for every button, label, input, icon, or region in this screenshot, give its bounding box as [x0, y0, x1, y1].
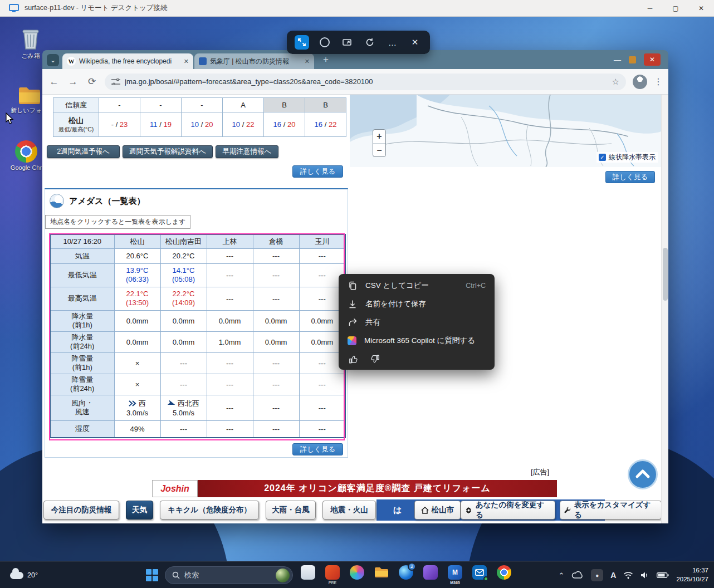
nav-customize-button[interactable]: 表示をカスタマイズする	[560, 501, 662, 520]
nav-kikikuru-button[interactable]: キキクル（危険度分布）	[160, 501, 259, 520]
back-icon[interactable]: ←	[48, 76, 60, 87]
amedas-station-header[interactable]: 倉橋	[253, 234, 299, 248]
wifi-icon[interactable]	[623, 571, 633, 579]
tab-jma[interactable]: 気象庁 | 松山市の防災情報 ✕	[194, 53, 314, 69]
connection-zoom-icon[interactable]	[295, 35, 309, 50]
reliability-cell: B	[264, 98, 305, 112]
amedas-station-header[interactable]: 玉川	[299, 234, 345, 248]
volume-icon[interactable]	[640, 571, 649, 579]
amedas-row-label: 気温	[50, 248, 114, 263]
edge-icon[interactable]: 2	[399, 565, 413, 580]
nav-storm-button[interactable]: 大雨・台風	[266, 501, 316, 520]
amedas-row-label: 降水量 (前1h)	[50, 310, 114, 331]
taskbar-weather-widget[interactable]: 20°	[6, 566, 42, 584]
page-scrollbar[interactable]	[661, 95, 668, 523]
menu-item-copy-csv[interactable]: CSV としてコピー Ctrl+C	[339, 276, 495, 295]
menu-item-copilot[interactable]: Microsoft 365 Copilot に質問する	[339, 331, 495, 350]
profile-avatar[interactable]	[633, 75, 647, 89]
browser-menu-icon[interactable]: ⋮	[654, 76, 663, 87]
site-settings-icon[interactable]	[111, 79, 120, 85]
menu-item-share[interactable]: 共有	[339, 313, 495, 331]
address-bar[interactable]: jma.go.jp/bosai/#pattern=forecast&area_t…	[105, 74, 626, 90]
tab-wikipedia[interactable]: W Wikipedia, the free encyclopedi ✕	[62, 53, 193, 69]
forecast-detail-button[interactable]: 詳しく見る	[292, 165, 343, 178]
taskbar: 20° 検索 PRE 2 MM365	[0, 561, 714, 588]
zoom-out-button[interactable]: −	[373, 143, 385, 156]
more-options-icon[interactable]: …	[385, 35, 399, 50]
amedas-cell: 13.9°C (06:33)	[114, 263, 160, 287]
rdp-close-button[interactable]: ✕	[688, 0, 714, 17]
scrollbar-thumb[interactable]	[663, 248, 668, 301]
battery-icon[interactable]	[657, 572, 669, 579]
taskbar-clock[interactable]: 16:37 2025/10/27	[676, 566, 708, 584]
amedas-station-header[interactable]: 松山	[114, 234, 160, 248]
thumbs-down-icon[interactable]	[370, 354, 380, 364]
amedas-row-label: 風向・ 風速	[50, 395, 114, 420]
taskbar-search[interactable]: 検索	[165, 566, 293, 584]
browser-maximize-button[interactable]	[629, 56, 636, 63]
temp-cell: 10 / 22	[223, 112, 264, 137]
linear-rainband-toggle[interactable]: ✓ 線状降水帯表示	[596, 152, 658, 163]
file-explorer-icon[interactable]	[374, 565, 389, 580]
two-week-forecast-button[interactable]: 2週間気温予報へ	[47, 145, 120, 158]
jma-favicon	[199, 57, 207, 65]
copilot-taskbar-icon[interactable]	[350, 565, 364, 580]
reload-icon[interactable]: ⟳	[86, 76, 98, 87]
nav-city-button[interactable]: 松山市	[414, 501, 461, 520]
nav-quake-button[interactable]: 地震・火山	[322, 501, 376, 520]
tab-search-button[interactable]: ⌄	[47, 54, 59, 66]
amedas-station-header[interactable]: 上林	[207, 234, 253, 248]
amedas-station-header[interactable]: 松山南吉田	[160, 234, 207, 248]
ime-mode-indicator[interactable]: A	[610, 571, 616, 580]
amedas-cell: 0.0mm	[160, 331, 207, 352]
weather-map[interactable]: + − ✓ 線状降水帯表示	[350, 95, 661, 167]
nav-featured-button[interactable]: 今注目の防災情報	[43, 501, 119, 520]
browser-close-button[interactable]: ✕	[644, 53, 661, 66]
scroll-to-top-button[interactable]	[628, 459, 658, 489]
task-view-icon[interactable]	[301, 565, 315, 580]
early-warning-button[interactable]: 早期注意情報へ	[216, 145, 278, 158]
amedas-title: アメダス（一覧表）	[69, 196, 145, 207]
weekly-doc-button[interactable]: 週間天気予報解説資料へ	[123, 145, 213, 158]
ad-banner[interactable]: Joshin 2024年 オリコン顧客満足度®調査 戸建てリフォーム	[152, 480, 557, 497]
browser-minimize-button[interactable]: —	[614, 56, 621, 64]
amedas-wind-cell: 西北西 5.0m/s	[160, 395, 207, 420]
tab-close-icon[interactable]: ✕	[184, 58, 189, 65]
amedas-cell: 0.0mm	[207, 310, 253, 331]
checkbox-checked-icon[interactable]: ✓	[599, 154, 606, 161]
fullscreen-toggle-icon[interactable]	[340, 35, 354, 50]
m365-icon[interactable]: MM365	[448, 565, 462, 580]
thumbs-up-icon[interactable]	[349, 354, 359, 364]
reconnect-icon[interactable]	[363, 35, 377, 50]
tray-app-icon[interactable]: ●	[591, 569, 603, 581]
pre-app-icon[interactable]: PRE	[325, 565, 340, 580]
menu-item-save-as[interactable]: 名前を付けて保存	[339, 295, 495, 313]
start-button[interactable]	[146, 569, 158, 581]
amedas-row-label: 降水量 (前24h)	[50, 331, 114, 352]
zoom-in-button[interactable]: +	[373, 130, 385, 143]
map-detail-button[interactable]: 詳しく見る	[605, 171, 655, 183]
amedas-cell: ---	[207, 287, 253, 310]
nav-weather-button[interactable]: 天気	[126, 501, 153, 520]
desktop-icon-google-chrome[interactable]: Google Chr	[4, 140, 48, 171]
connection-close-icon[interactable]: ✕	[408, 35, 422, 50]
purple-app-icon[interactable]	[423, 565, 438, 580]
rdp-maximize-button[interactable]: ▢	[663, 0, 688, 17]
amedas-cell: ×	[114, 352, 160, 374]
chrome-taskbar-icon[interactable]	[497, 565, 511, 580]
tab-close-icon[interactable]: ✕	[305, 58, 310, 65]
amedas-detail-button[interactable]: 詳しく見る	[292, 443, 343, 455]
outlook-icon[interactable]	[472, 565, 487, 580]
onedrive-icon[interactable]	[571, 571, 584, 579]
tray-expand-icon[interactable]: ⌃	[558, 571, 564, 580]
forward-icon[interactable]: →	[67, 76, 79, 87]
search-highlight-image[interactable]	[276, 569, 290, 582]
bookmark-star-icon[interactable]: ☆	[612, 77, 619, 87]
reliability-cell: -	[140, 98, 182, 112]
rdp-minimize-button[interactable]: ─	[637, 0, 663, 17]
nav-change-city-button[interactable]: あなたの街を変更する	[461, 501, 555, 520]
connection-quality-icon[interactable]	[317, 35, 332, 50]
new-tab-button[interactable]: +	[319, 52, 333, 67]
rdp-app-icon	[9, 4, 19, 13]
url-text: jma.go.jp/bosai/#pattern=forecast&area_t…	[125, 77, 608, 86]
